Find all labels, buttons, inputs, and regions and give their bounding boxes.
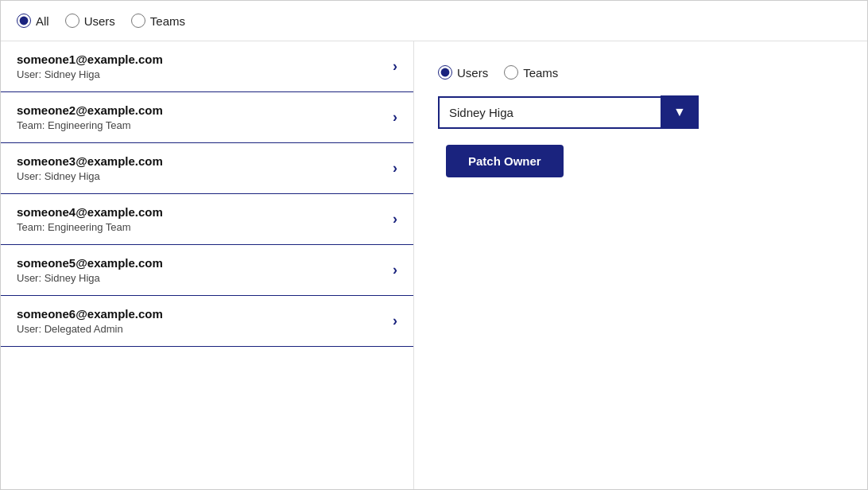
list-item-text: someone5@example.com User: Sidney Higa [17,256,163,284]
filter-users-radio[interactable] [65,14,79,28]
top-filter-bar: All Users Teams [1,1,867,41]
chevron-right-icon: › [393,211,397,228]
filter-teams-radio[interactable] [131,14,145,28]
filter-teams[interactable]: Teams [131,14,185,28]
filter-all-radio[interactable] [17,14,31,28]
list-item-text: someone6@example.com User: Delegated Adm… [17,307,163,335]
patch-owner-button[interactable]: Patch Owner [446,145,564,177]
filter-users-label: Users [84,14,115,28]
list-item-sub: User: Sidney Higa [17,68,163,80]
list-item-text: someone2@example.com Team: Engineering T… [17,103,163,131]
list-item-email: someone3@example.com [17,154,163,168]
list-item-sub: User: Delegated Admin [17,323,163,335]
right-filter-users-label: Users [457,66,488,80]
list-item[interactable]: someone5@example.com User: Sidney Higa › [1,245,413,296]
right-filter-teams-label: Teams [523,66,558,80]
list-item[interactable]: someone3@example.com User: Sidney Higa › [1,143,413,194]
filter-teams-label: Teams [150,14,185,28]
list-item-text: someone4@example.com Team: Engineering T… [17,205,163,233]
chevron-right-icon: › [393,262,397,278]
owner-select[interactable]: Sidney Higa Engineering Team Delegated A… [438,96,661,129]
owner-select-row: Sidney Higa Engineering Team Delegated A… [438,95,843,129]
left-panel: someone1@example.com User: Sidney Higa ›… [1,41,414,489]
list-item[interactable]: someone6@example.com User: Delegated Adm… [1,296,413,347]
list-item[interactable]: someone2@example.com Team: Engineering T… [1,92,413,143]
filter-users[interactable]: Users [65,14,115,28]
list-item-email: someone2@example.com [17,103,163,117]
chevron-down-icon: ▼ [673,105,686,119]
list-item[interactable]: someone1@example.com User: Sidney Higa › [1,41,413,92]
right-filter-teams[interactable]: Teams [504,65,558,80]
list-item-email: someone5@example.com [17,256,163,270]
right-filter-teams-radio[interactable] [504,65,518,80]
right-panel: Users Teams Sidney Higa Engineering Team… [414,41,867,489]
list-item-text: someone1@example.com User: Sidney Higa [17,52,163,80]
list-item-sub: Team: Engineering Team [17,119,163,131]
owner-select-dropdown-btn[interactable]: ▼ [661,95,699,129]
right-filter-users-radio[interactable] [438,65,452,80]
list-item-sub: Team: Engineering Team [17,221,163,233]
main-container: All Users Teams someone1@example.com Use… [0,0,868,490]
list-item-email: someone6@example.com [17,307,163,321]
list-item-sub: User: Sidney Higa [17,272,163,284]
list-item[interactable]: someone4@example.com Team: Engineering T… [1,194,413,245]
filter-all-label: All [36,14,49,28]
filter-all[interactable]: All [17,14,49,28]
list-item-email: someone4@example.com [17,205,163,219]
right-filter-users[interactable]: Users [438,65,488,80]
list-item-email: someone1@example.com [17,52,163,66]
list-item-sub: User: Sidney Higa [17,170,163,182]
right-filter: Users Teams [438,65,843,80]
list-item-text: someone3@example.com User: Sidney Higa [17,154,163,182]
chevron-right-icon: › [393,109,397,126]
chevron-right-icon: › [393,160,397,177]
chevron-right-icon: › [393,58,397,75]
main-content: someone1@example.com User: Sidney Higa ›… [1,41,867,489]
chevron-right-icon: › [393,313,397,329]
